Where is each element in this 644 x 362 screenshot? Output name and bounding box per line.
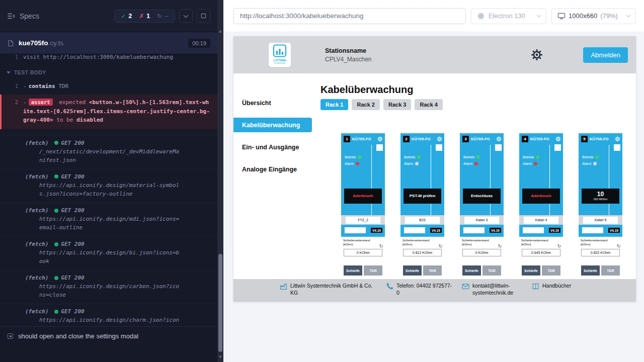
specs-menu-button[interactable]: Specs — [7, 12, 39, 20]
io-box — [523, 227, 544, 233]
chevron-down-icon — [7, 71, 11, 74]
sidebar-item-analoge-eingaenge[interactable]: Analoge Eingänge — [233, 162, 312, 176]
firmware-version: V4.19 — [608, 228, 620, 233]
schleife-button[interactable]: Schleife — [344, 265, 362, 276]
test-body-section[interactable]: TEST BODY — [0, 63, 217, 80]
tdr-button[interactable]: TDR — [542, 265, 560, 276]
scroll-up-icon[interactable]: ▲ — [217, 29, 223, 33]
failed-x-icon: ✗ — [139, 13, 144, 20]
browser-select[interactable]: Electron 130 — [471, 8, 546, 24]
log-fetch-row[interactable]: (fetch)GET 200 https://api.iconify.desig… — [0, 169, 217, 203]
cable-name-field[interactable]: Kabel 4 — [519, 215, 563, 225]
fetch-url: https://api.iconify.design/mdi.json?icon… — [25, 215, 182, 232]
refresh-icon[interactable]: ↻ — [617, 244, 621, 249]
next-test-bar[interactable]: should open and close the settings modal — [0, 326, 217, 345]
tdr-button[interactable]: TDR — [364, 265, 382, 276]
alarm-led-dot — [356, 162, 359, 165]
cable-name-field[interactable]: Kabel 5 — [579, 215, 622, 225]
betrieb-led-dot — [417, 155, 421, 159]
log-fetch-row[interactable]: (fetch)GET 200 https://api.iconify.desig… — [0, 203, 217, 237]
sidebar-item-kabelueberwachung[interactable]: Kabelüberwachung — [233, 118, 312, 132]
refresh-icon[interactable]: ↻ — [498, 244, 502, 249]
url-input[interactable]: http://localhost:3000/kabelueberwachung — [233, 8, 466, 24]
line-number: 1 — [0, 82, 23, 90]
spec-header[interactable]: kue705fo.cy.ts 00:19 — [0, 32, 217, 54]
alarm-led: Alarm — [523, 162, 537, 165]
cable-name-field[interactable]: B23 — [400, 215, 444, 225]
card-settings-gear-icon[interactable] — [437, 136, 442, 142]
betrieb-led-dot — [476, 155, 480, 159]
card-settings-gear-icon[interactable] — [555, 136, 561, 142]
io-box — [582, 227, 603, 233]
resistance-value: 0 KOhm — [462, 249, 501, 256]
log-fetch-row[interactable]: (fetch)GET 200 https://api.iconify.desig… — [0, 237, 217, 270]
log-fetch-row[interactable]: (fetch)GET 200 /_next/static/development… — [0, 135, 217, 169]
logout-button[interactable]: Abmelden — [583, 47, 628, 63]
reporter-scrollbar[interactable]: ▲ ▼ — [217, 0, 223, 362]
log-fetch-row[interactable]: (fetch)GET 200 https://api.iconify.desig… — [0, 304, 217, 326]
alarm-led-dot — [534, 162, 537, 165]
sidebar-item-uebersicht[interactable]: Übersicht — [233, 96, 312, 110]
footer-phone[interactable]: Telefon: 04402 972577-0 — [386, 283, 453, 302]
fetch-url: /_next/static/development/_devMiddleware… — [25, 147, 182, 164]
io-box — [404, 227, 425, 233]
card-settings-gear-icon[interactable] — [496, 136, 502, 142]
fetch-status: GET 200 — [61, 173, 84, 180]
footer-email[interactable]: kontakt@littwin-systemtechnik.de — [462, 283, 523, 302]
success-dot-icon — [54, 310, 58, 314]
schleife-button[interactable]: Schleife — [522, 265, 540, 276]
tab-rack-1[interactable]: Rack 1 — [320, 99, 348, 110]
spec-file-icon — [7, 40, 14, 47]
resistance-value: 0 KOhm — [344, 249, 382, 256]
cable-name-field[interactable]: Kabel 3 — [460, 215, 504, 225]
card-settings-gear-icon[interactable] — [615, 136, 620, 142]
tdr-button[interactable]: TDR — [482, 265, 501, 276]
scroll-down-icon[interactable]: ▼ — [217, 355, 223, 359]
betrieb-led: Betrieb — [463, 155, 480, 159]
phone-icon — [386, 283, 393, 290]
test-icon — [8, 333, 13, 339]
device-card: 3 KÜ705-FO Betrieb Alarm Erdschluss — [460, 133, 504, 279]
cypress-reporter-panel: Specs ✓ 2 ✗ 1 ↻ -- kue705fo — [0, 0, 217, 362]
refresh-icon[interactable]: ↻ — [557, 244, 561, 249]
viewport-indicator[interactable]: 1000x660 (79%) — [551, 8, 636, 24]
refresh-icon[interactable]: ↻ — [379, 244, 383, 249]
log-fetch-row[interactable]: (fetch)GET 200 https://api.iconify.desig… — [0, 270, 217, 304]
tab-rack-4[interactable]: Rack 4 — [415, 99, 442, 110]
betrieb-led: Betrieb — [582, 155, 599, 159]
phone-number: Telefon: 04402 972577-0 — [396, 283, 453, 296]
tab-rack-2[interactable]: Rack 2 — [352, 99, 379, 110]
card-settings-gear-icon[interactable] — [377, 136, 383, 142]
log-contains-command[interactable]: 1 -contains TDR — [0, 80, 217, 93]
success-dot-icon — [54, 242, 58, 246]
collapse-button[interactable] — [179, 9, 193, 23]
scrollb​ar-thumb[interactable] — [218, 254, 222, 352]
footer-manuals[interactable]: Handbücher — [532, 283, 571, 302]
sidebar-item-ein-und-ausgaenge[interactable]: Ein- und Ausgänge — [233, 140, 312, 154]
command-name: contains — [29, 83, 55, 89]
tab-rack-3[interactable]: Rack 3 — [383, 99, 411, 110]
schleife-button[interactable]: Schleife — [403, 265, 422, 276]
app-sidebar: Übersicht Kabelüberwachung Ein- und Ausg… — [233, 73, 312, 279]
log-assert-failed[interactable]: 2 -assert expected <button.w-[50%].h-[1.… — [0, 95, 217, 129]
schleife-button[interactable]: Schleife — [462, 265, 481, 276]
firmware-version: V4.19 — [490, 228, 501, 233]
schleife-button[interactable]: Schleife — [581, 265, 600, 276]
measurement-panel: Schleifenwiderstand [kOhm] ↻ 0.812 KOhm … — [400, 237, 444, 279]
factory-icon — [280, 283, 287, 290]
app-body: Übersicht Kabelüberwachung Ein- und Ausg… — [233, 73, 636, 279]
settings-gear-icon[interactable] — [531, 49, 543, 61]
refresh-icon[interactable]: ↻ — [439, 244, 443, 249]
chevron-down-icon — [184, 13, 189, 18]
tdr-button[interactable]: TDR — [423, 265, 442, 276]
card-model: KÜ705-FO — [471, 137, 494, 141]
log-visit-command[interactable]: 1 visit http://localhost:3000/kabelueber… — [0, 54, 217, 63]
measure-label: Schleifenwiderstand [kOhm] — [400, 237, 444, 246]
betrieb-led-dot — [595, 155, 599, 159]
stop-button[interactable] — [197, 9, 210, 23]
cable-name-field[interactable]: FTZ_2 — [341, 215, 385, 225]
betrieb-led: Betrieb — [404, 155, 421, 159]
card-model: KÜ706-FO — [590, 137, 613, 141]
tdr-button[interactable]: TDR — [601, 265, 620, 276]
device-card: 1 KÜ705-FO Betrieb Alarm Aderbruch — [341, 133, 385, 279]
